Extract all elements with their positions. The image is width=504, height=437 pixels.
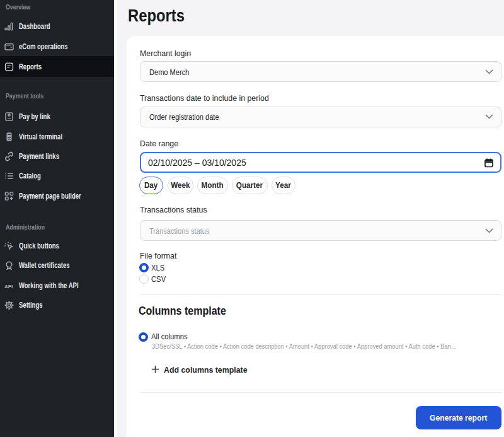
svg-text:API: API bbox=[4, 283, 13, 289]
